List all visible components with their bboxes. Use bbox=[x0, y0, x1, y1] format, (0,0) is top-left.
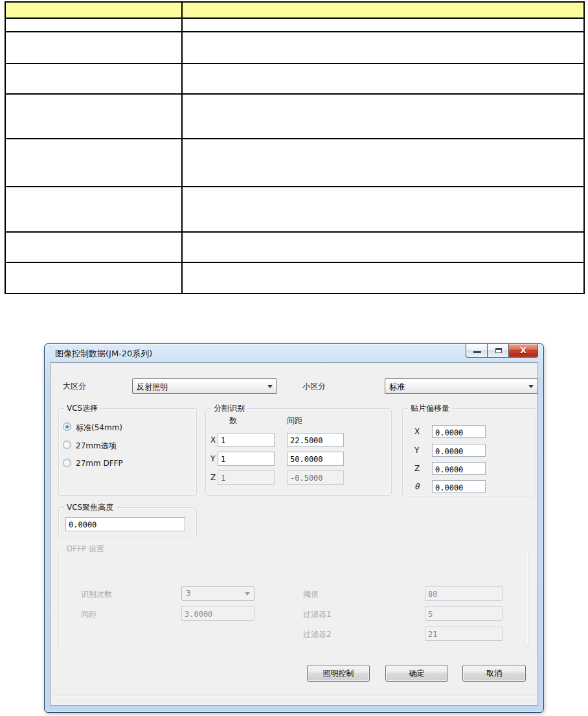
major-category-label: 大区分 bbox=[63, 381, 86, 392]
vcs-select-group: VCS选择 标准(54mm) 27mm选项 27mm DFFP bbox=[58, 408, 197, 496]
dffp-settings-group-title: DFFP 设置 bbox=[64, 544, 107, 553]
placement-offset-group: 贴片偏移量 X 0.0000 Y 0.0000 Z 0.0000 θ 0.000… bbox=[402, 408, 536, 496]
recognition-count-label: 识别次数 bbox=[81, 589, 112, 600]
close-icon: X bbox=[509, 345, 537, 355]
cancel-button[interactable]: 取消 bbox=[462, 665, 526, 682]
minor-category-select[interactable]: 标准 bbox=[385, 378, 538, 394]
table-cell bbox=[182, 18, 584, 32]
chevron-down-icon bbox=[528, 385, 534, 388]
placement-offset-group-title: 贴片偏移量 bbox=[408, 404, 452, 413]
chevron-down-icon bbox=[267, 385, 273, 388]
pitch-column-header: 间距 bbox=[287, 415, 302, 426]
split-recognition-group: 分割识别 数 间距 X 1 22.5000 Y 1 50.0000 Z 1 -0… bbox=[205, 408, 392, 496]
radio-label: 标准(54mm) bbox=[76, 422, 122, 433]
table-cell bbox=[5, 139, 182, 187]
minor-category-value: 标准 bbox=[389, 382, 405, 393]
minor-category-label: 小区分 bbox=[302, 381, 326, 392]
split-y-count-field[interactable]: 1 bbox=[218, 452, 275, 466]
table-row bbox=[5, 94, 584, 139]
radio-icon bbox=[63, 441, 71, 449]
table-cell bbox=[5, 262, 182, 294]
minimize-button[interactable] bbox=[466, 344, 488, 358]
chevron-down-icon bbox=[245, 592, 250, 595]
filter1-field: 5 bbox=[425, 606, 503, 621]
split-x-count-field[interactable]: 1 bbox=[218, 433, 275, 447]
radio-label: 27mm选项 bbox=[76, 441, 117, 452]
split-z-count-field: 1 bbox=[218, 470, 275, 485]
offset-x-field[interactable]: 0.0000 bbox=[432, 425, 486, 438]
table-cell bbox=[5, 18, 182, 32]
close-button[interactable]: X bbox=[508, 344, 538, 358]
table-cell bbox=[5, 32, 182, 64]
maximize-icon bbox=[495, 348, 502, 353]
bottom-separator bbox=[52, 695, 536, 697]
vcs-focus-height-group: VCS聚焦高度 0.0000 bbox=[58, 507, 197, 537]
vcs-focus-height-field[interactable]: 0.0000 bbox=[65, 517, 185, 531]
recognition-count-select: 3 bbox=[181, 586, 254, 601]
dffp-pitch-label: 间距 bbox=[81, 609, 96, 620]
maximize-button[interactable] bbox=[487, 344, 509, 358]
document-table bbox=[5, 1, 585, 294]
threshold-label: 阈值 bbox=[303, 589, 319, 600]
split-y-pitch-field[interactable]: 50.0000 bbox=[287, 452, 344, 466]
offset-z-label: Z bbox=[414, 464, 420, 473]
table-cell bbox=[5, 187, 182, 232]
threshold-field: 80 bbox=[425, 586, 503, 601]
table-cell bbox=[182, 139, 584, 187]
table-cell bbox=[5, 94, 182, 139]
offset-theta-label: θ bbox=[414, 482, 419, 491]
table-row bbox=[5, 139, 584, 187]
dialog-window: 图像控制数据(JM-20系列) X 大区分 反射照明 小区分 标准 VCS选择 … bbox=[44, 343, 544, 713]
window-controls: X bbox=[466, 344, 538, 358]
table-cell bbox=[182, 262, 584, 294]
dffp-pitch-field: 3.0000 bbox=[181, 606, 254, 621]
radio-icon bbox=[63, 422, 71, 431]
filter1-label: 过滤器1 bbox=[303, 609, 332, 620]
axis-z-label: Z bbox=[210, 473, 216, 482]
table-cell bbox=[5, 64, 182, 94]
table-row bbox=[5, 32, 584, 64]
table-cell bbox=[5, 232, 182, 262]
axis-x-label: X bbox=[210, 435, 216, 445]
filter2-field: 21 bbox=[425, 627, 503, 641]
vcs-select-group-title: VCS选择 bbox=[64, 404, 100, 413]
table-header-cell bbox=[182, 2, 584, 18]
vcs-focus-height-group-title: VCS聚焦高度 bbox=[64, 503, 116, 512]
dffp-settings-group: DFFP 设置 识别次数 3 间距 3.0000 阈值 80 过滤器1 5 过滤… bbox=[58, 549, 528, 647]
dialog-title: 图像控制数据(JM-20系列) bbox=[55, 348, 152, 360]
table-cell bbox=[182, 232, 584, 262]
radio-label: 27mm DFFP bbox=[76, 459, 123, 468]
table-row bbox=[5, 18, 584, 32]
table-header-row bbox=[5, 2, 584, 18]
offset-y-label: Y bbox=[414, 446, 419, 455]
table-cell bbox=[182, 64, 584, 94]
filter2-label: 过滤器2 bbox=[303, 629, 332, 640]
offset-x-label: X bbox=[414, 427, 420, 436]
table-row bbox=[5, 64, 584, 94]
table-row bbox=[5, 262, 584, 294]
dialog-client-area: 大区分 反射照明 小区分 标准 VCS选择 标准(54mm) 27mm选项 27… bbox=[50, 362, 538, 706]
split-recognition-group-title: 分割识别 bbox=[211, 404, 247, 413]
split-x-pitch-field[interactable]: 22.5000 bbox=[287, 433, 344, 447]
count-column-header: 数 bbox=[229, 415, 237, 426]
offset-theta-field[interactable]: 0.0000 bbox=[432, 480, 486, 493]
minimize-icon bbox=[473, 351, 481, 353]
table-row bbox=[5, 232, 584, 262]
major-category-select[interactable]: 反射照明 bbox=[132, 378, 277, 394]
offset-z-field[interactable]: 0.0000 bbox=[432, 462, 486, 475]
radio-icon bbox=[63, 459, 71, 467]
split-z-pitch-field: -0.5000 bbox=[287, 470, 344, 485]
recognition-count-value: 3 bbox=[186, 589, 191, 598]
ok-button[interactable]: 确定 bbox=[385, 665, 448, 682]
table-cell bbox=[182, 94, 584, 139]
table-cell bbox=[182, 187, 584, 232]
axis-y-label: Y bbox=[210, 454, 215, 463]
table-row bbox=[5, 187, 584, 232]
major-category-value: 反射照明 bbox=[137, 382, 168, 393]
table-cell bbox=[182, 32, 584, 64]
table-header-cell bbox=[5, 2, 182, 18]
lighting-control-button[interactable]: 照明控制 bbox=[307, 665, 370, 682]
offset-y-field[interactable]: 0.0000 bbox=[432, 444, 486, 457]
